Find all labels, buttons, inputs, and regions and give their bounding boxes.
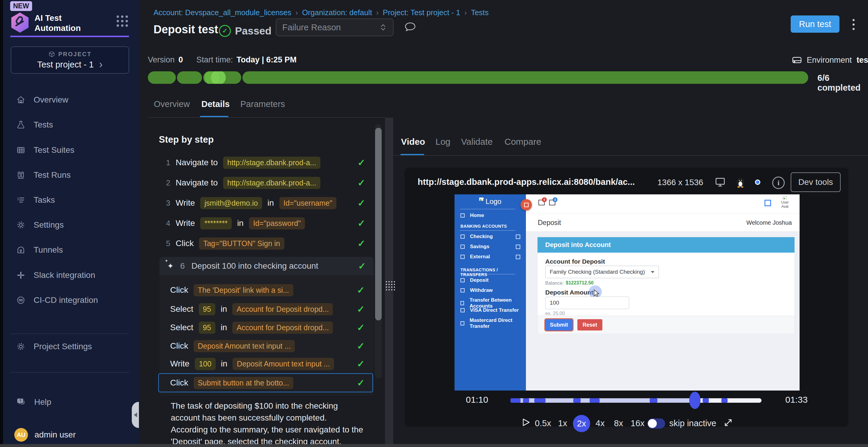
bank-section-title: BANKING ACCOUNTS	[461, 224, 507, 229]
tab-parameters[interactable]: Parameters	[240, 99, 285, 109]
run-test-button[interactable]: Run test	[790, 15, 839, 33]
skip-inactive-label[interactable]: skip inactive	[669, 418, 716, 428]
breadcrumb-account[interactable]: Account: Devspace_all_module_licenses	[154, 8, 291, 17]
step-value-pill: 95	[199, 321, 215, 334]
bank-page-title: Deposit	[538, 219, 561, 227]
tim' + 'eline-track[interactable]	[510, 398, 762, 403]
version-value: 0	[179, 55, 183, 65]
app-title: AI Test Automation	[34, 13, 106, 33]
speed-1x[interactable]: 1x	[558, 418, 567, 428]
dev-tools-button[interactable]: Dev tools	[790, 172, 841, 192]
step-row-1[interactable]: 1 Navigate to http://stage.dbank.prod-a.…	[166, 156, 367, 170]
user-menu[interactable]: AU admin user	[3, 422, 139, 447]
tab-details[interactable]: Details	[202, 99, 230, 109]
checkbox-icon	[516, 245, 520, 249]
sidebar-item-label: Overview	[34, 95, 68, 105]
sidebar-item-test-runs[interactable]: Test Runs	[3, 163, 139, 187]
checkbox-icon	[516, 235, 520, 239]
chevron-right-icon: ›	[99, 61, 103, 68]
tab-divider	[148, 117, 385, 118]
sidebar-item-cicd-integration[interactable]: CI-CD integration	[3, 288, 139, 313]
bank-nav-mastercard: Mastercard Direct Transfer	[461, 317, 526, 329]
step-target-pill: Tag="BUTTON" Sign in	[199, 238, 284, 250]
substep-row-1[interactable]: Click The 'Deposit' link with a si...	[170, 283, 367, 297]
sidebar-item-tunnels[interactable]: Tunnels	[3, 238, 139, 263]
step-target-pill: Id="username"	[279, 197, 336, 209]
caret-down-icon	[651, 271, 654, 273]
substep-row-2[interactable]: Select 95 in Account for Deposit dropd..…	[170, 302, 367, 316]
sidebar-item-project-settings[interactable]: Project Settings	[3, 334, 139, 359]
more-menu-icon[interactable]	[852, 19, 855, 30]
tab-validate[interactable]: Validate	[461, 137, 493, 147]
check-icon	[358, 261, 366, 272]
step-row-5[interactable]: 5 Click Tag="BUTTON" Sign in	[166, 236, 367, 250]
sidebar-item-help[interactable]: ? Help	[3, 390, 139, 415]
check-icon	[358, 157, 365, 168]
step-action: Click	[176, 239, 194, 248]
step-action: Write	[176, 218, 195, 228]
sidebar-item-tasks[interactable]: Tasks	[3, 187, 139, 212]
page-title: Deposit test	[154, 23, 218, 36]
screen-edge	[0, 0, 3, 447]
sidebar-item-label: Settings	[34, 220, 64, 230]
square-icon	[765, 200, 771, 206]
tab-log[interactable]: Log	[435, 137, 451, 147]
sidebar-item-overview[interactable]: Overview	[3, 88, 139, 112]
sidebar-collapse-handle[interactable]	[132, 402, 139, 428]
substep-row-5[interactable]: Write 100 in Deposit Amount text input .…	[170, 357, 367, 371]
info-icon[interactable]: i	[772, 176, 785, 189]
sidebar-item-slack-integration[interactable]: Slack integration	[3, 263, 139, 288]
comment-bubble-icon[interactable]	[404, 22, 416, 33]
step-row-3[interactable]: 3 Write jsmith@demo.io in Id="username"	[166, 196, 367, 210]
speed-16x[interactable]: 16x	[631, 418, 645, 428]
account-select: Family Checking (Standard Checking)	[545, 266, 659, 278]
failure-reason-select[interactable]: Failure Reason	[276, 19, 394, 36]
tab-video[interactable]: Video	[401, 137, 425, 147]
speed-8x[interactable]: 8x	[614, 418, 623, 428]
sidebar-item-settings[interactable]: Settings	[3, 212, 139, 238]
sidebar-item-label: Help	[34, 398, 52, 407]
speed-2x-active[interactable]: 2x	[573, 415, 590, 432]
sidebar-item-tests[interactable]: Tests	[3, 112, 139, 137]
window-icon: 0	[538, 200, 545, 205]
check-icon	[358, 177, 365, 188]
tab-overview[interactable]: Overview	[154, 99, 190, 109]
app-switcher-icon[interactable]	[117, 15, 128, 27]
test-progress-bar	[148, 71, 808, 84]
status-text: Passed	[235, 25, 272, 37]
steps-heading: Step by step	[159, 134, 214, 145]
breadcrumb-tests[interactable]: Tests	[471, 8, 489, 17]
substep-row-3[interactable]: Select 95 in Account for Deposit dropd..…	[170, 320, 367, 335]
step-number: 6	[180, 261, 185, 271]
step-action: Write	[170, 359, 189, 369]
check-icon	[357, 358, 365, 370]
check-icon	[358, 218, 365, 229]
tab-compare[interactable]: Compare	[504, 137, 541, 147]
submit-button: Submit	[545, 319, 572, 331]
accent-divider	[10, 36, 129, 37]
play-button[interactable]	[521, 417, 531, 427]
deposit-card-header: Deposit into Account	[537, 237, 795, 253]
steps-scrollbar-thumb[interactable]	[375, 128, 382, 320]
breadcrumb-organization[interactable]: Organization: default	[302, 8, 372, 17]
speed-4x[interactable]: 4x	[595, 418, 605, 428]
app-logo-icon	[10, 12, 30, 33]
project-selector[interactable]: PROJECT Test project - 1 ›	[11, 46, 129, 74]
chevron-updown-icon	[379, 23, 387, 32]
substep-row-6-selected[interactable]: Click Submit button at the botto...	[170, 376, 367, 390]
skip-inactive-toggle[interactable]	[647, 418, 665, 428]
step-group-header[interactable]: ✦ 6 Deposit 100 into checking account	[159, 257, 374, 275]
step-connector: in	[221, 359, 227, 369]
step-group-title: Deposit 100 into checking account	[191, 261, 318, 271]
breadcrumb-project[interactable]: Project: Test project - 1	[383, 8, 460, 17]
check-icon	[357, 304, 365, 315]
speed-0-5x[interactable]: 0.5x	[535, 418, 551, 428]
step-row-2[interactable]: 2 Navigate to http://stage.dbank.prod-a.…	[166, 176, 367, 190]
sparkle-icon: ✦	[167, 262, 174, 271]
step-row-4[interactable]: 4 Write ******** in Id="password"	[166, 216, 367, 230]
amount-input: 100	[545, 297, 629, 309]
substep-row-4[interactable]: Click Deposit Amount text input ...	[170, 339, 367, 353]
fullscreen-icon[interactable]	[723, 417, 734, 428]
sidebar-item-test-suites[interactable]: Test Suites	[3, 138, 139, 163]
environment-label: Environment	[807, 56, 852, 65]
